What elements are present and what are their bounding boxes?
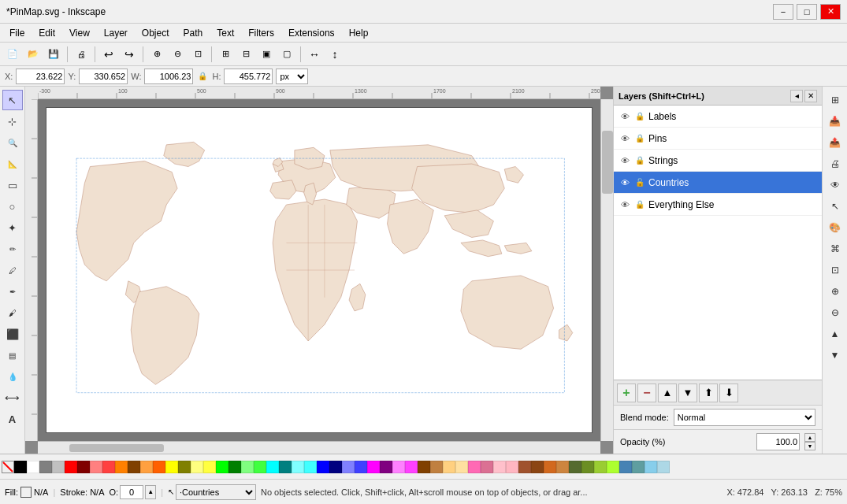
menu-edit[interactable]: Edit [32, 26, 61, 40]
drawing-canvas[interactable]: .land { fill: #f0e0d0; stroke: #c0907a; … [46, 107, 593, 433]
opacity-status-input[interactable] [120, 485, 143, 499]
layer-row-countries[interactable]: 👁 🔓 Countries [614, 172, 822, 194]
text-tool-button[interactable]: A [2, 409, 23, 429]
layer-row-pins[interactable]: 👁 🔒 Pins [614, 128, 822, 150]
palette-swatch-24[interactable] [317, 461, 329, 473]
palette-swatch-7[interactable] [102, 461, 115, 473]
minimize-button[interactable]: − [773, 4, 793, 20]
rect-tool-button[interactable]: ▭ [2, 175, 23, 195]
toolbar-save[interactable]: 💾 [44, 45, 63, 64]
palette-swatch-25[interactable] [329, 461, 342, 473]
raise-layer-button[interactable]: ▲ [658, 384, 677, 402]
menu-object[interactable]: Object [136, 26, 176, 40]
palette-swatch-0[interactable] [14, 461, 27, 473]
arrow-down-button[interactable]: ▼ [825, 345, 845, 365]
snap-button[interactable]: ⊞ [825, 90, 845, 110]
menu-text[interactable]: Text [210, 26, 240, 40]
layer-row-everything-else[interactable]: 👁 🔒 Everything Else [614, 194, 822, 216]
menu-filters[interactable]: Filters [242, 26, 280, 40]
palette-swatch-27[interactable] [355, 461, 367, 473]
layer-lock-4[interactable]: 🔒 [634, 200, 645, 209]
lower-layer-button[interactable]: ▼ [678, 384, 697, 402]
toolbar-flip-v[interactable]: ↕ [325, 45, 344, 64]
lock-aspect-icon[interactable]: 🔒 [198, 72, 207, 80]
palette-swatch-20[interactable] [266, 461, 279, 473]
select-tool-button[interactable]: ↖ [2, 90, 23, 110]
opacity-status-up[interactable]: ▲ [145, 485, 156, 499]
x-input[interactable] [16, 69, 65, 84]
palette-swatch-41[interactable] [531, 461, 544, 473]
gradient-tool-button[interactable]: ▤ [2, 345, 23, 365]
toolbar-zoom-out[interactable]: ⊖ [168, 45, 187, 64]
close-button[interactable]: ✕ [820, 4, 841, 20]
layer-eye-2[interactable]: 👁 [619, 156, 631, 165]
palette-swatch-46[interactable] [594, 461, 607, 473]
palette-swatch-22[interactable] [292, 461, 304, 473]
eye-button[interactable]: 👁 [825, 175, 845, 195]
layers-close-button[interactable]: ✕ [804, 90, 817, 102]
pointer-button[interactable]: ↖ [825, 196, 845, 217]
spray-tool-button[interactable]: 🖌 [2, 302, 23, 323]
palette-swatch-36[interactable] [468, 461, 481, 473]
print-button[interactable]: 🖨 [825, 154, 845, 174]
zoom-fit-far-button[interactable]: ⊡ [825, 260, 845, 280]
palette-swatch-4[interactable] [65, 461, 77, 473]
layer-eye-0[interactable]: 👁 [619, 112, 631, 121]
palette-swatch-40[interactable] [518, 461, 531, 473]
toolbar-ungroup[interactable]: ▢ [277, 45, 296, 64]
palette-swatch-23[interactable] [304, 461, 317, 473]
palette-swatch-6[interactable] [90, 461, 102, 473]
palette-swatch-13[interactable] [178, 461, 191, 473]
layer-row-strings[interactable]: 👁 🔒 Strings [614, 150, 822, 172]
palette-swatch-10[interactable] [140, 461, 153, 473]
layer-eye-4[interactable]: 👁 [619, 200, 631, 209]
zoom-out-far-button[interactable]: ⊖ [825, 302, 845, 323]
palette-swatch-50[interactable] [645, 461, 657, 473]
no-color-swatch[interactable] [2, 461, 14, 473]
layer-lock-2[interactable]: 🔒 [634, 156, 645, 165]
palette-swatch-14[interactable] [191, 461, 203, 473]
palette-swatch-35[interactable] [455, 461, 468, 473]
export-button[interactable]: 📤 [825, 132, 845, 153]
canvas-content[interactable]: .land { fill: #f0e0d0; stroke: #c0907a; … [38, 99, 600, 441]
palette-swatch-28[interactable] [367, 461, 380, 473]
palette-swatch-8[interactable] [115, 461, 128, 473]
palette-swatch-9[interactable] [128, 461, 140, 473]
palette-swatch-44[interactable] [569, 461, 581, 473]
zoom-pan-button[interactable]: 🔍 [2, 132, 23, 153]
layers-collapse-button[interactable]: ◂ [790, 90, 803, 102]
measure-tool-button[interactable]: 📐 [2, 154, 23, 174]
y-input[interactable] [79, 69, 128, 84]
canvas-area[interactable]: // ruler ticks inline via HTML -30010050… [25, 87, 613, 454]
toolbar-flip-h[interactable]: ↔ [305, 45, 324, 64]
menu-path[interactable]: Path [177, 26, 210, 40]
layer-eye-1[interactable]: 👁 [619, 134, 631, 143]
menu-extensions[interactable]: Extensions [282, 26, 341, 40]
raise-to-top-button[interactable]: ⬆ [699, 384, 718, 402]
layer-eye-3[interactable]: 👁 [619, 178, 631, 187]
add-layer-button[interactable]: + [617, 384, 636, 402]
h-input[interactable] [224, 69, 273, 84]
layer-row-labels[interactable]: 👁 🔒 Labels [614, 106, 822, 128]
toolbar-align[interactable]: ⊞ [216, 45, 235, 64]
palette-swatch-34[interactable] [443, 461, 455, 473]
palette-swatch-39[interactable] [506, 461, 518, 473]
layer-lock-1[interactable]: 🔒 [634, 134, 645, 143]
toolbar-group[interactable]: ▣ [257, 45, 276, 64]
palette-swatch-29[interactable] [380, 461, 392, 473]
node-tool-button[interactable]: ⊹ [2, 111, 23, 132]
lower-to-bottom-button[interactable]: ⬇ [719, 384, 738, 402]
circle-tool-button[interactable]: ○ [2, 196, 23, 217]
layer-lock-3[interactable]: 🔓 [634, 178, 645, 187]
maximize-button[interactable]: □ [797, 4, 817, 20]
palette-swatch-33[interactable] [430, 461, 443, 473]
star-tool-button[interactable]: ✦ [2, 217, 23, 238]
opacity-up-button[interactable]: ▲ [804, 433, 815, 442]
palette-swatch-2[interactable] [39, 461, 52, 473]
opacity-down-button[interactable]: ▼ [804, 442, 815, 450]
arrow-up-button[interactable]: ▲ [825, 324, 845, 344]
vertical-scrollbar[interactable] [600, 99, 613, 441]
filter-button[interactable]: ⌘ [825, 239, 845, 259]
palette-swatch-48[interactable] [619, 461, 632, 473]
palette-swatch-31[interactable] [405, 461, 418, 473]
